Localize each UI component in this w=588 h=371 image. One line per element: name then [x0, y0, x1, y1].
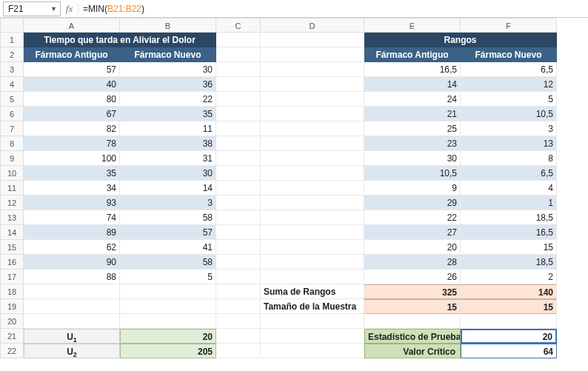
cell[interactable] — [216, 136, 261, 151]
cell[interactable] — [216, 195, 261, 210]
cell[interactable] — [216, 270, 261, 284]
select-all-corner[interactable] — [0, 18, 24, 33]
cell[interactable] — [261, 33, 364, 47]
row-header[interactable]: 16 — [0, 255, 24, 270]
table1-col2-header[interactable]: Fármaco Nuevo — [120, 47, 216, 62]
u1-value[interactable]: 20 — [120, 329, 216, 344]
row-header[interactable]: 21 — [0, 329, 24, 344]
table1-cell[interactable]: 88 — [24, 270, 120, 284]
cell[interactable] — [261, 210, 364, 225]
cell[interactable] — [216, 92, 261, 107]
table1-cell[interactable]: 34 — [24, 181, 120, 195]
row-header[interactable]: 19 — [0, 299, 24, 314]
cell[interactable] — [216, 255, 261, 270]
row-header[interactable]: 5 — [0, 92, 24, 107]
row-header[interactable]: 9 — [0, 151, 24, 166]
column-header[interactable]: B — [120, 18, 216, 33]
column-header[interactable]: C — [216, 18, 261, 33]
table2-cell[interactable]: 18,5 — [461, 210, 557, 225]
cell[interactable] — [216, 344, 261, 358]
table1-cell[interactable]: 67 — [24, 107, 120, 121]
row-header[interactable]: 11 — [0, 181, 24, 195]
cell[interactable] — [24, 314, 120, 329]
test-statistic-value[interactable]: 20 — [461, 329, 557, 344]
row-header[interactable]: 18 — [0, 284, 24, 299]
table1-cell[interactable]: 100 — [24, 151, 120, 166]
table1-cell[interactable]: 62 — [24, 240, 120, 255]
table1-cell[interactable]: 38 — [120, 136, 216, 151]
table1-cell[interactable]: 58 — [120, 210, 216, 225]
table2-cell[interactable]: 10,5 — [461, 107, 557, 121]
cell[interactable] — [261, 47, 364, 62]
cell[interactable] — [216, 210, 261, 225]
row-header[interactable]: 22 — [0, 344, 24, 358]
table2-cell[interactable]: 15 — [461, 240, 557, 255]
cell[interactable] — [216, 166, 261, 181]
cell[interactable] — [120, 299, 216, 314]
table1-cell[interactable]: 35 — [120, 107, 216, 121]
cell[interactable] — [261, 240, 364, 255]
table2-cell[interactable]: 13 — [461, 136, 557, 151]
tamano-muestra-f[interactable]: 15 — [461, 299, 557, 314]
cell[interactable] — [24, 284, 120, 299]
row-header[interactable]: 6 — [0, 107, 24, 121]
row-header[interactable]: 13 — [0, 210, 24, 225]
table2-cell[interactable]: 6,5 — [461, 62, 557, 77]
cell[interactable] — [216, 299, 261, 314]
column-header[interactable]: A — [24, 18, 120, 33]
cell[interactable] — [261, 121, 364, 136]
table1-cell[interactable]: 78 — [24, 136, 120, 151]
u2-label[interactable]: U2 — [24, 344, 120, 358]
cell[interactable] — [261, 314, 364, 329]
table1-cell[interactable]: 58 — [120, 255, 216, 270]
table1-cell[interactable]: 57 — [24, 62, 120, 77]
table2-cell[interactable]: 25 — [364, 121, 461, 136]
table2-cell[interactable]: 5 — [461, 92, 557, 107]
cell[interactable] — [261, 62, 364, 77]
cell[interactable] — [216, 33, 261, 47]
critical-value[interactable]: 64 — [461, 344, 557, 358]
table2-cell[interactable]: 12 — [461, 77, 557, 92]
row-header[interactable]: 14 — [0, 225, 24, 240]
cell[interactable] — [24, 299, 120, 314]
table2-cell[interactable]: 28 — [364, 255, 461, 270]
column-header[interactable]: D — [261, 18, 364, 33]
cell[interactable] — [216, 181, 261, 195]
table1-cell[interactable]: 57 — [120, 225, 216, 240]
table2-cell[interactable]: 16,5 — [364, 62, 461, 77]
table2-cell[interactable]: 21 — [364, 107, 461, 121]
table2-col2-header[interactable]: Fármaco Nuevo — [461, 47, 557, 62]
cell[interactable] — [216, 47, 261, 62]
cell[interactable] — [261, 151, 364, 166]
table1-cell[interactable]: 30 — [120, 62, 216, 77]
cell[interactable] — [261, 77, 364, 92]
table2-col1-header[interactable]: Fármaco Antiguo — [364, 47, 461, 62]
table1-cell[interactable]: 74 — [24, 210, 120, 225]
table2-cell[interactable]: 16,5 — [461, 225, 557, 240]
cell[interactable] — [261, 270, 364, 284]
cell[interactable] — [216, 329, 261, 344]
cell[interactable] — [216, 225, 261, 240]
cell[interactable] — [216, 62, 261, 77]
spreadsheet-grid[interactable]: ABCDEF1Tiempo que tarda en Aliviar el Do… — [0, 18, 588, 358]
fx-icon[interactable]: fx — [61, 3, 78, 15]
test-statistic-label[interactable]: Estadístico de Prueba — [364, 329, 461, 344]
row-header[interactable]: 3 — [0, 62, 24, 77]
tamano-muestra-e[interactable]: 15 — [364, 299, 461, 314]
cell[interactable] — [261, 166, 364, 181]
cell[interactable] — [261, 255, 364, 270]
cell[interactable] — [261, 181, 364, 195]
cell[interactable] — [216, 121, 261, 136]
column-header[interactable]: F — [461, 18, 557, 33]
table1-cell[interactable]: 90 — [24, 255, 120, 270]
u1-label[interactable]: U1 — [24, 329, 120, 344]
cell[interactable] — [461, 314, 557, 329]
table1-cell[interactable]: 41 — [120, 240, 216, 255]
table1-cell[interactable]: 31 — [120, 151, 216, 166]
table2-cell[interactable]: 3 — [461, 121, 557, 136]
table1-cell[interactable]: 40 — [24, 77, 120, 92]
table1-cell[interactable]: 93 — [24, 195, 120, 210]
cell[interactable] — [261, 225, 364, 240]
table1-cell[interactable]: 82 — [24, 121, 120, 136]
row-header[interactable]: 7 — [0, 121, 24, 136]
